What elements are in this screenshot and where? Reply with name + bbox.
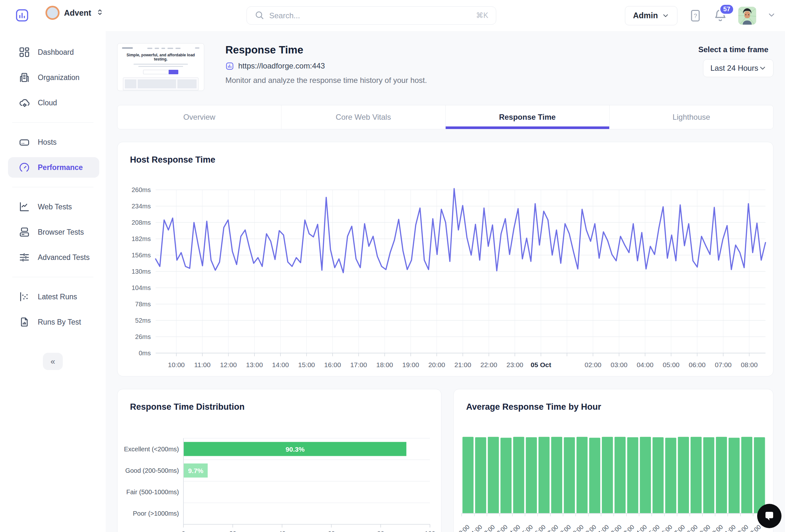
- svg-text:23:00: 23:00: [506, 361, 524, 369]
- svg-text:0ms: 0ms: [138, 350, 151, 357]
- app-window: Advent ⌘K Admin: [0, 0, 785, 532]
- sidebar-item-dashboard[interactable]: Dashboard: [8, 42, 99, 62]
- tab-lighthouse[interactable]: Lighthouse: [610, 105, 773, 129]
- chevrons-up-down-icon: [96, 8, 104, 18]
- sidebar-item-advanced-tests[interactable]: Advanced Tests: [8, 247, 99, 268]
- svg-text:04:00: 04:00: [637, 361, 654, 369]
- hour-chart-title: Average Response Time by Hour: [466, 402, 601, 412]
- svg-text:06:00: 06:00: [689, 361, 706, 369]
- sidebar-item-cloud[interactable]: Cloud: [8, 93, 99, 113]
- chat-widget-button[interactable]: [757, 504, 782, 528]
- svg-text:03:00: 03:00: [610, 361, 628, 369]
- sidebar-item-label: Cloud: [38, 99, 57, 107]
- sidebar-divider: [12, 187, 94, 187]
- page-tabs: OverviewCore Web VitalsResponse TimeLigh…: [117, 105, 774, 129]
- sidebar-item-browser-tests[interactable]: Browser Tests: [8, 222, 99, 242]
- timeframe-select[interactable]: Last 24 Hours: [703, 59, 774, 77]
- page-description: Monitor and analyze the response time hi…: [225, 76, 427, 85]
- sidebar-item-label: Runs By Test: [38, 318, 81, 327]
- svg-text:182ms: 182ms: [132, 235, 151, 242]
- svg-text:19:00: 19:00: [402, 361, 420, 369]
- report-icon: [225, 62, 234, 70]
- top-bar: Advent ⌘K Admin: [0, 0, 785, 31]
- search-icon: [254, 10, 264, 21]
- svg-text:22:00: 22:00: [481, 361, 498, 369]
- tab-core-web-vitals[interactable]: Core Web Vitals: [281, 105, 445, 129]
- sidebar-item-web-tests[interactable]: Web Tests: [8, 197, 99, 217]
- org-avatar: [46, 6, 59, 20]
- sidebar-item-label: Performance: [38, 163, 83, 172]
- svg-text:?: ?: [694, 12, 697, 19]
- svg-text:90.3%: 90.3%: [285, 446, 305, 453]
- sidebar-item-hosts[interactable]: Hosts: [8, 132, 99, 152]
- svg-text:Fair (500-1000ms): Fair (500-1000ms): [126, 488, 179, 496]
- svg-text:00:00: 00:00: [455, 523, 471, 532]
- svg-text:40: 40: [279, 530, 285, 532]
- svg-text:17:00: 17:00: [350, 361, 367, 369]
- app-logo-icon[interactable]: [15, 8, 29, 24]
- svg-text:14:00: 14:00: [272, 361, 289, 369]
- admin-menu-button[interactable]: Admin: [625, 6, 678, 25]
- svg-text:208ms: 208ms: [132, 219, 151, 226]
- response-time-distribution-card: Response Time Distribution Excellent (<2…: [117, 389, 441, 532]
- sidebar-item-performance[interactable]: Performance: [8, 157, 99, 178]
- svg-text:05:00: 05:00: [663, 361, 680, 369]
- user-menu-chevron-icon[interactable]: [767, 10, 776, 21]
- web-tests-icon: [19, 201, 30, 212]
- svg-text:16:00: 16:00: [324, 361, 341, 369]
- cloud-icon: [19, 97, 30, 108]
- help-doc-icon: ?: [688, 9, 702, 23]
- svg-text:20:00: 20:00: [428, 361, 445, 369]
- svg-text:18:00: 18:00: [376, 361, 393, 369]
- svg-text:20: 20: [229, 530, 236, 532]
- svg-text:260ms: 260ms: [132, 186, 151, 193]
- sidebar-item-runs-by-test[interactable]: Runs By Test: [8, 312, 99, 332]
- distribution-chart-title: Response Time Distribution: [130, 402, 245, 412]
- sidebar-collapse-button[interactable]: «: [43, 353, 63, 370]
- svg-text:11:00: 11:00: [194, 361, 211, 369]
- sidebar: DashboardOrganizationCloudHostsPerforman…: [0, 31, 106, 532]
- sidebar-divider: [12, 122, 94, 123]
- tab-overview[interactable]: Overview: [118, 105, 281, 129]
- svg-text:15:00: 15:00: [298, 361, 315, 369]
- org-switcher[interactable]: Advent: [46, 6, 104, 20]
- user-avatar[interactable]: [738, 7, 756, 25]
- thumbnail-headline: Simple, powerful, and affordable load te…: [122, 53, 199, 61]
- svg-text:234ms: 234ms: [132, 203, 151, 210]
- organization-icon: [19, 72, 30, 83]
- chevron-down-icon: [662, 12, 669, 20]
- performance-icon: [19, 162, 30, 173]
- search-box[interactable]: ⌘K: [247, 6, 496, 25]
- sidebar-item-latest-runs[interactable]: Latest Runs: [8, 286, 99, 307]
- host-url-row[interactable]: https://loadforge.com:443: [225, 61, 325, 70]
- chat-bubble-icon: [763, 510, 776, 523]
- dashboard-icon: [19, 46, 30, 58]
- sidebar-item-label: Advanced Tests: [38, 253, 90, 262]
- svg-text:9.7%: 9.7%: [188, 467, 203, 474]
- svg-text:08:00: 08:00: [741, 361, 758, 369]
- host-response-time-card: Host Response Time 10:0011:0012:0013:001…: [117, 142, 774, 376]
- chevron-down-icon: [758, 64, 767, 72]
- distribution-bar-chart[interactable]: Excellent (<200ms)90.3%Good (200-500ms)9…: [118, 434, 442, 532]
- sidebar-item-label: Web Tests: [38, 203, 72, 211]
- help-button[interactable]: ?: [688, 9, 702, 23]
- org-name: Advent: [64, 8, 91, 18]
- hourly-bar-chart[interactable]: 00:0001:0002:0003:0004:0005:0006:0007:00…: [454, 434, 774, 532]
- sidebar-item-label: Dashboard: [38, 48, 74, 57]
- sidebar-item-label: Organization: [38, 73, 79, 82]
- notifications-button[interactable]: 57: [713, 9, 727, 23]
- tab-response-time[interactable]: Response Time: [446, 105, 610, 129]
- timeframe-label: Select a time frame: [698, 45, 768, 54]
- host-url: https://loadforge.com:443: [238, 61, 325, 70]
- svg-text:10:00: 10:00: [168, 361, 185, 369]
- search-shortcut: ⌘K: [476, 11, 488, 20]
- host-thumbnail: Simple, powerful, and affordable load te…: [117, 43, 204, 91]
- sidebar-item-organization[interactable]: Organization: [8, 67, 99, 88]
- svg-text:100: 100: [425, 530, 435, 532]
- svg-text:Excellent (<200ms): Excellent (<200ms): [124, 446, 179, 453]
- svg-text:13:00: 13:00: [246, 361, 263, 369]
- svg-text:07:00: 07:00: [715, 361, 732, 369]
- search-input[interactable]: [269, 11, 471, 20]
- response-time-line-chart[interactable]: 10:0011:0012:0013:0014:0015:0016:0017:00…: [118, 177, 774, 375]
- page-title: Response Time: [225, 44, 303, 56]
